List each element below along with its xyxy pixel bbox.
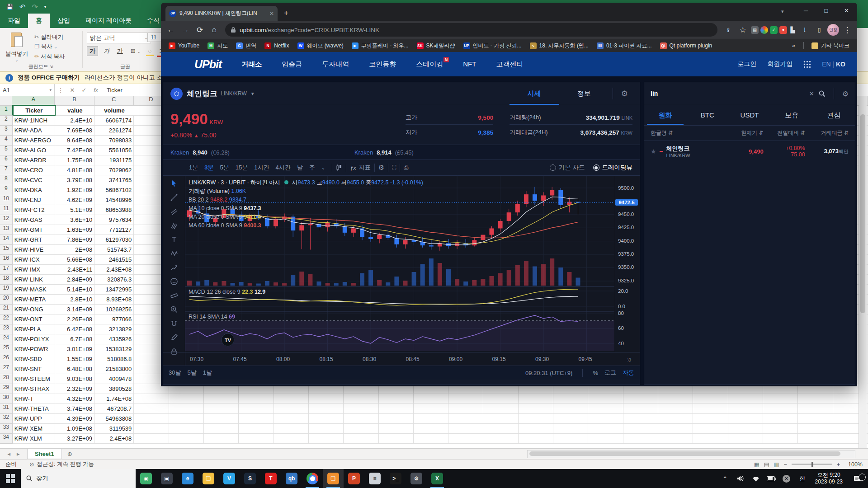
- row-number[interactable]: 32: [0, 414, 13, 424]
- row-number[interactable]: 16: [0, 255, 13, 265]
- cell-B21[interactable]: 3.14E+09: [55, 305, 94, 314]
- cell-B30[interactable]: 4.32E+09: [55, 394, 94, 404]
- row-number[interactable]: 27: [0, 364, 13, 374]
- extension-icon-4[interactable]: ●: [779, 26, 787, 34]
- cell-B9[interactable]: 1.92E+09: [55, 185, 94, 195]
- chart-clock[interactable]: 09:20:31 (UTC+9): [525, 370, 572, 376]
- cell-S32[interactable]: [658, 414, 693, 424]
- bookmark-쿠팡플레이 - 와우...[interactable]: ▶쿠팡플레이 - 와우...: [349, 41, 412, 51]
- grid-corner[interactable]: [0, 96, 12, 106]
- chart-area[interactable]: TV 9500.09450.09425.09400.09375.09350.09…: [163, 176, 640, 366]
- fullscreen-icon[interactable]: ⛶: [392, 164, 396, 171]
- cell-C11[interactable]: 68653988: [94, 205, 134, 215]
- cell-D30[interactable]: [134, 394, 169, 404]
- row-number[interactable]: 18: [0, 275, 13, 285]
- range-1날[interactable]: 1날: [203, 369, 212, 377]
- tradingview-chart[interactable]: TV: [185, 176, 614, 352]
- cell-P33[interactable]: [553, 424, 588, 434]
- row-number[interactable]: 10: [0, 195, 13, 205]
- cell-I34[interactable]: [309, 434, 344, 444]
- chart-settings-gear-icon[interactable]: ⚙: [378, 164, 384, 172]
- nav-item-투자내역[interactable]: 투자내역: [322, 60, 349, 69]
- cell-A30[interactable]: KRW-T: [13, 394, 55, 404]
- signup-link[interactable]: 회원가입: [767, 60, 793, 68]
- cell-C15[interactable]: 515743.7: [94, 245, 134, 255]
- taskbar-app-chrome-browser[interactable]: [302, 469, 323, 488]
- cell-C20[interactable]: 8.93E+08: [94, 295, 134, 305]
- cell-B20[interactable]: 2.8E+10: [55, 295, 94, 305]
- cell-C21[interactable]: 10269256: [94, 305, 134, 314]
- coin-search-input[interactable]: lin: [651, 90, 805, 97]
- cell-I30[interactable]: [309, 394, 344, 404]
- tray-chevron-icon[interactable]: ⌃: [718, 475, 732, 482]
- cell-B31[interactable]: 3.74E+08: [55, 404, 94, 414]
- cell-P32[interactable]: [553, 414, 588, 424]
- candle-style-icon[interactable]: [336, 164, 342, 171]
- bookmark-SK패밀리샵[interactable]: SKSK패밀리샵: [414, 41, 458, 51]
- row-number[interactable]: 31: [0, 404, 13, 414]
- cell-C1[interactable]: volume: [95, 106, 134, 116]
- cell-Q30[interactable]: [588, 394, 623, 404]
- cell-G33[interactable]: [239, 424, 274, 434]
- cell-C30[interactable]: 1.74E+08: [94, 394, 134, 404]
- cell-A6[interactable]: KRW-ARDR: [13, 155, 55, 165]
- taskbar-app-excel[interactable]: X: [427, 469, 448, 488]
- row-number[interactable]: 14: [0, 235, 13, 245]
- taskbar-app-edge-browser[interactable]: e: [177, 469, 198, 488]
- cell-V32[interactable]: [763, 414, 798, 424]
- tab-search-chevron-icon[interactable]: ▾: [781, 9, 784, 14]
- taskbar-app-colorful-sphere-app[interactable]: ◉: [136, 469, 156, 488]
- cell-A21[interactable]: KRW-ONG: [13, 305, 55, 314]
- cell-N34[interactable]: [483, 434, 518, 444]
- tradingview-radio[interactable]: 트레이딩뷰: [593, 164, 633, 172]
- sync-error-icon[interactable]: ✕: [780, 475, 793, 483]
- cell-C10[interactable]: 14548996: [94, 195, 134, 205]
- cell-B26[interactable]: 1.55E+09: [55, 354, 94, 364]
- cell-W33[interactable]: [798, 424, 833, 434]
- row-number[interactable]: 34: [0, 434, 13, 444]
- cell-N32[interactable]: [483, 414, 518, 424]
- cell-A34[interactable]: KRW-XLM: [13, 434, 55, 444]
- taskbar-app-settings[interactable]: ⚙: [406, 469, 427, 488]
- cell-B22[interactable]: 2.26E+08: [55, 314, 94, 324]
- cell-M30[interactable]: [448, 394, 483, 404]
- cell-H34[interactable]: [274, 434, 309, 444]
- cell-C14[interactable]: 61297030: [94, 235, 134, 245]
- xabcd-pattern-icon[interactable]: [170, 249, 178, 258]
- column-header-C[interactable]: C: [94, 96, 134, 106]
- bookmark-업비트 - 가장 신뢰...[interactable]: UP업비트 - 가장 신뢰...: [460, 41, 525, 51]
- timeframe-5분[interactable]: 5분: [217, 164, 232, 172]
- cell-C5[interactable]: 5561056: [94, 145, 134, 155]
- cell-A20[interactable]: KRW-META: [13, 295, 55, 305]
- sheet-prev-icon[interactable]: ◂: [7, 450, 10, 457]
- cell-C32[interactable]: 54963808: [94, 414, 134, 424]
- panel-tab-BTC[interactable]: BTC: [686, 105, 728, 125]
- row-number[interactable]: 1: [0, 106, 13, 116]
- cell-C2[interactable]: 66067174: [94, 116, 134, 126]
- cell-Q31[interactable]: [588, 404, 623, 414]
- sheet-next-icon[interactable]: ▸: [17, 450, 20, 457]
- cell-A31[interactable]: KRW-THETA: [13, 404, 55, 414]
- cell-A13[interactable]: KRW-GMT: [13, 225, 55, 235]
- upbit-logo[interactable]: UPbit: [194, 58, 222, 71]
- cell-N31[interactable]: [483, 404, 518, 414]
- save-icon[interactable]: 💾: [6, 4, 13, 10]
- cell-A5[interactable]: KRW-ALGO: [13, 145, 55, 155]
- cell-B18[interactable]: 2.84E+09: [55, 275, 94, 285]
- cell-P30[interactable]: [553, 394, 588, 404]
- cell-A1[interactable]: Ticker: [13, 106, 56, 116]
- fx-icon[interactable]: fx: [90, 84, 102, 96]
- cell-D31[interactable]: [134, 404, 169, 414]
- extension-icon-1[interactable]: ▤: [751, 26, 759, 34]
- cell-B4[interactable]: 9.64E+08: [55, 136, 94, 145]
- bookmark-01-3 파이썬 자료...[interactable]: Ⅲ01-3 파이썬 자료...: [594, 41, 655, 51]
- other-bookmarks-folder[interactable]: 기타 북마크: [808, 41, 853, 51]
- cell-L32[interactable]: [414, 414, 448, 424]
- cell-A18[interactable]: KRW-LINK: [13, 275, 55, 285]
- cell-I32[interactable]: [309, 414, 344, 424]
- pencil-icon[interactable]: [170, 333, 178, 342]
- clear-search-icon[interactable]: ✕: [809, 90, 814, 97]
- window-close-button[interactable]: ✕: [836, 7, 857, 14]
- kraken-label-2[interactable]: Kraken: [354, 149, 373, 156]
- confirm-entry-icon[interactable]: ✓: [78, 84, 90, 96]
